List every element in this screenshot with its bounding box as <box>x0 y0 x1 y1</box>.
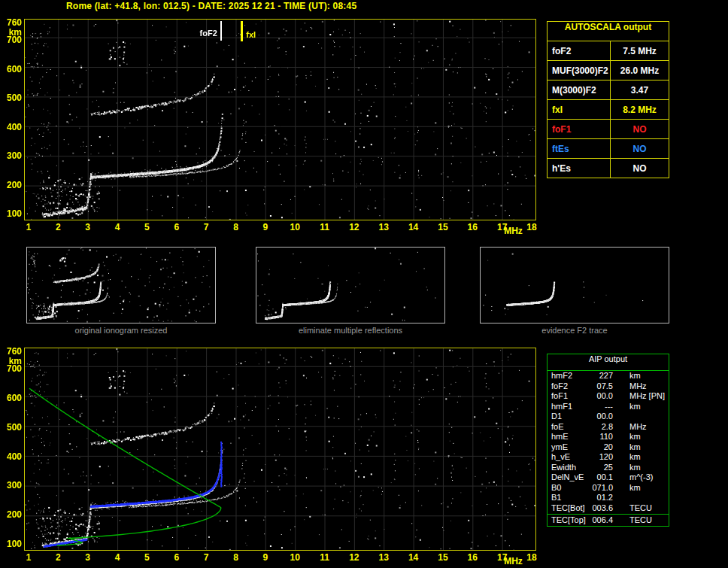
aip-value-cell: 120 <box>589 452 613 463</box>
aip-table-row: TEC[Bot]003.6TECU <box>548 503 669 514</box>
aip-value-cell: 07.5 <box>589 381 613 392</box>
aip-unit-cell: MHz <box>629 381 647 392</box>
aip-unit-cell: MHz <box>629 391 647 402</box>
x-axis-tick-label: 13 <box>375 222 392 231</box>
y-axis-tick-label: 300 <box>1 480 22 489</box>
autoscala-table-row: foF27.5 MHz <box>548 41 669 60</box>
aip-table-row: B0071.0km <box>548 483 669 494</box>
aip-value-cell: --- <box>589 402 613 412</box>
x-axis-tick-label: 8 <box>227 222 244 231</box>
aip-table-divider <box>548 514 669 515</box>
aip-table-row: TEC[Top]006.4TECU <box>548 515 669 526</box>
param-value-cell: 7.5 MHz <box>611 46 669 56</box>
aip-param-cell: foE <box>551 422 589 433</box>
aip-param-cell: D1 <box>551 412 589 422</box>
x-axis-tick-label: 1 <box>20 222 37 231</box>
x-axis-tick-label: 9 <box>257 552 274 561</box>
autoscala-table-row: fxI8.2 MHz <box>548 99 669 119</box>
autoscala-table-row: MUF(3000)F226.0 MHz <box>548 60 669 80</box>
aip-value-cell: 00.0 <box>589 412 613 422</box>
thumbnail-caption-original: original ionogram resized <box>26 326 216 335</box>
y-axis-tick-label: 500 <box>1 422 22 431</box>
param-value-cell: 3.47 <box>611 85 669 96</box>
aip-value-cell: 00.0 <box>589 391 613 402</box>
y-axis-tick-label: 200 <box>1 180 22 189</box>
aip-value-cell: 01.2 <box>589 493 613 503</box>
aip-unit-cell: km <box>629 432 641 442</box>
x-axis-tick-label: 5 <box>138 222 155 231</box>
aip-param-cell: TEC[Top] <box>551 515 589 526</box>
fxi-marker-label: fxI <box>246 30 256 39</box>
autoscala-output-table: AUTOSCALA output foF27.5 MHzMUF(3000)F22… <box>547 21 669 178</box>
aip-param-cell: Ewidth <box>551 463 589 473</box>
x-axis-tick-label: 5 <box>138 552 155 561</box>
aip-value-cell: 25 <box>589 463 613 473</box>
x-axis-unit-label: MHz <box>504 226 526 235</box>
x-axis-tick-label: 9 <box>257 222 274 231</box>
y-axis-unit-label: km <box>1 27 22 36</box>
aip-unit-cell: MHz <box>629 422 647 433</box>
x-axis-tick-label: 1 <box>20 552 37 561</box>
aip-table-row: B101.2 <box>548 493 669 503</box>
aip-param-cell: hmF1 <box>551 402 589 412</box>
aip-param-cell: DelN_vE <box>551 472 589 483</box>
autoscala-app-window: Rome (lat: +41.8, lon: 012.5) - DATE: 20… <box>0 0 728 568</box>
aip-unit-cell: km <box>629 483 641 494</box>
aip-value-cell: 2.8 <box>589 422 613 433</box>
thumbnail-canvas-original <box>27 248 215 323</box>
aip-value-cell: 110 <box>589 432 613 442</box>
param-name-cell: M(3000)F2 <box>548 80 611 99</box>
aip-unit-cell: m^(-3) <box>629 472 653 483</box>
aip-table-row: hmE110km <box>548 432 669 442</box>
x-axis-tick-label: 16 <box>464 552 481 561</box>
param-value-cell: 26.0 MHz <box>611 65 669 76</box>
autoscala-table-row: ftEsNO <box>548 138 669 158</box>
x-axis-tick-label: 14 <box>405 552 422 561</box>
aip-table-row: h_vE120km <box>548 452 669 463</box>
param-name-cell: h'Es <box>548 159 611 178</box>
y-axis-tick-label: 600 <box>1 393 22 402</box>
aip-value-cell: 227 <box>589 371 613 381</box>
aip-table-row: hmF1---km <box>548 402 669 412</box>
fxi-marker-line <box>241 21 243 41</box>
aip-value-cell: 071.0 <box>589 483 613 494</box>
y-axis-tick-label: 400 <box>1 122 22 131</box>
aip-table-row: hmF2227km <box>548 371 669 381</box>
x-axis-tick-label: 12 <box>346 222 362 231</box>
x-axis-tick-label: 7 <box>198 552 214 561</box>
thumbnail-canvas-f2trace <box>481 248 669 323</box>
x-axis-tick-label: 12 <box>346 552 362 561</box>
x-axis-tick-label: 4 <box>109 552 126 561</box>
thumbnail-multiple-reflections <box>256 247 445 323</box>
autoscala-table-row: M(3000)F23.47 <box>548 80 669 99</box>
x-axis-unit-label: MHz <box>504 556 526 565</box>
param-name-cell: ftEs <box>548 139 611 158</box>
aip-unit-cell: TECU <box>629 503 652 514</box>
thumbnail-original-ionogram <box>26 247 216 323</box>
x-axis-tick-label: 2 <box>50 552 66 561</box>
aip-table-row: DelN_vE00.1m^(-3) <box>548 472 669 483</box>
y-axis-tick-label: 600 <box>1 64 22 73</box>
aip-param-cell: B0 <box>551 483 589 494</box>
param-value-cell: NO <box>611 144 669 154</box>
aip-param-cell: hmF2 <box>551 371 589 381</box>
aip-table-row: Ewidth25km <box>548 463 669 473</box>
ionogram-plot-bottom <box>24 348 536 551</box>
aip-param-cell: h_vE <box>551 452 589 463</box>
aip-table-title: AIP output <box>548 354 669 371</box>
x-axis-tick-label: 16 <box>464 222 481 231</box>
x-axis-tick-label: 3 <box>80 222 96 231</box>
aip-param-cell: foF1 <box>551 391 589 402</box>
aip-value-cell: 003.6 <box>589 503 613 514</box>
y-axis-tick-label: 500 <box>1 93 22 102</box>
x-axis-tick-label: 8 <box>227 552 244 561</box>
autoscala-table-row: foF1NO <box>548 119 669 138</box>
x-axis-tick-label: 15 <box>435 552 451 561</box>
param-value-cell: NO <box>611 163 669 174</box>
y-axis-unit-label: km <box>1 356 22 365</box>
param-name-cell: foF1 <box>548 120 611 138</box>
aip-table-row: ymE20km <box>548 442 669 453</box>
y-axis-tick-label: 200 <box>1 509 22 518</box>
thumbnail-caption-f2trace: evidence F2 trace <box>480 326 669 335</box>
y-axis-tick-label: 300 <box>1 150 22 159</box>
